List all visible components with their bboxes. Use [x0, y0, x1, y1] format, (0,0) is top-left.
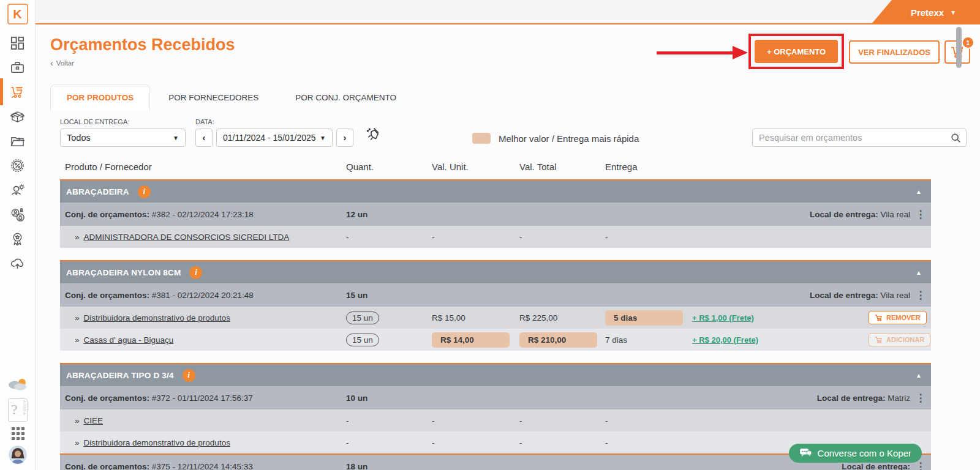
delivery-value: 7 dias — [605, 335, 627, 345]
collapse-icon[interactable]: ▲ — [916, 372, 922, 379]
kebab-menu-icon[interactable]: ⋮ — [910, 393, 931, 403]
tab-por-produtos[interactable]: POR PRODUTOS — [50, 84, 150, 111]
quote-set: Conj. de orçamentos: #381 - 02/12/2024 2… — [60, 283, 931, 351]
col-val-unit: Val. Unit. — [432, 162, 519, 172]
cart-action-button[interactable]: REMOVER — [869, 311, 927, 324]
product-group: ABRAÇADEIRA NYLON 8CMi▲Conj. de orçament… — [60, 260, 931, 351]
tab-por-fornecedores[interactable]: POR FORNECEDORES — [150, 85, 277, 111]
chat-button[interactable]: Converse com o Koper — [789, 444, 922, 463]
cart-action-label: ADICIONAR — [886, 336, 924, 343]
delivery-location-select[interactable]: Todos ▼ — [60, 129, 186, 147]
sidebar-item-ratings[interactable] — [0, 226, 36, 251]
supplier-link[interactable]: Casas d' agua - Biguaçu — [84, 335, 174, 345]
supplier-link[interactable]: ADMINISTRADORA DE CONSORCIOS SICREDI LTD… — [84, 233, 290, 242]
info-icon[interactable]: i — [138, 185, 151, 198]
sidebar-item-briefcase[interactable] — [0, 55, 36, 80]
set-label: Conj. de orçamentos: — [65, 291, 149, 300]
cart-action-button[interactable]: ADICIONAR — [869, 333, 930, 346]
annotation-arrow-line — [657, 51, 734, 54]
search-input[interactable] — [753, 133, 945, 143]
search-box — [752, 129, 967, 147]
frete-link[interactable]: + R$ 20,00 (Frete) — [692, 335, 758, 345]
delivery-location-value: Vila real — [880, 291, 910, 300]
briefcase-icon — [10, 60, 25, 75]
scrollbar-thumb[interactable] — [956, 27, 962, 68]
info-icon[interactable]: i — [183, 369, 195, 382]
delivery-location-value: Todos — [67, 133, 91, 143]
product-name: ABRAÇADEIRA TIPO D 3/4 — [66, 371, 174, 380]
set-quantity: 15 un — [346, 291, 432, 300]
supplier-link[interactable]: Distribuidora demonstrativo de produtos — [84, 438, 230, 447]
total-value: R$ 210,00 — [519, 332, 597, 348]
add-quote-button[interactable]: + ORÇAMENTO — [755, 40, 838, 63]
supplier-row: »Casas d' agua - Biguaçu15 unR$ 14,00R$ … — [60, 329, 931, 351]
unit-value: R$ 15,00 — [432, 313, 466, 323]
collapse-icon[interactable]: ▲ — [916, 188, 922, 195]
set-reference: #381 - 02/12/2024 20:21:48 — [152, 291, 254, 300]
total-value: - — [519, 438, 522, 447]
sidebar-item-discounts[interactable] — [0, 153, 36, 177]
sidebar-item-products[interactable] — [0, 104, 36, 129]
double-chevron-icon: » — [75, 438, 80, 447]
date-next-button[interactable]: › — [336, 129, 353, 147]
worker-icon — [10, 182, 25, 198]
back-label: Voltar — [56, 59, 74, 67]
set-label: Conj. de orçamentos: — [65, 462, 149, 470]
supplier-link[interactable]: CIEE — [84, 416, 104, 425]
main-content: Orçamentos Recebidos ‹ Voltar + ORÇAMENT… — [36, 26, 980, 470]
kebab-menu-icon[interactable]: ⋮ — [910, 209, 931, 220]
help-icon[interactable]: ? AJUDA — [8, 398, 28, 422]
user-avatar[interactable] — [9, 446, 27, 464]
kebab-menu-icon[interactable]: ⋮ — [910, 290, 931, 300]
frete-link[interactable]: + R$ 1,00 (Frete) — [692, 313, 754, 323]
collapse-icon[interactable]: ▲ — [916, 269, 922, 276]
sidebar-item-finance[interactable]: $ — [0, 129, 36, 153]
unit-value: - — [432, 438, 435, 447]
set-reference: #372 - 01/11/2024 17:56:37 — [152, 394, 253, 403]
open-box-icon — [10, 109, 25, 124]
award-icon — [10, 231, 25, 247]
total-value: - — [519, 233, 522, 242]
set-quantity: 18 un — [346, 462, 432, 470]
cart-icon — [875, 314, 883, 321]
set-quantity: 12 un — [346, 210, 432, 219]
account-menu[interactable]: Pretexx ▼ — [871, 0, 980, 24]
filters-bar: LOCAL DE ENTREGA: Todos ▼ DATA: ‹ 01/11/… — [60, 118, 967, 147]
back-link[interactable]: ‹ Voltar — [50, 58, 74, 68]
topbar: Pretexx ▼ — [36, 0, 980, 24]
sidebar-item-quotes-cart[interactable] — [0, 80, 36, 104]
tab-por-conj-orcamento[interactable]: POR CONJ. ORÇAMENTO — [277, 85, 415, 111]
sidebar-item-import[interactable] — [0, 251, 36, 275]
col-val-total: Val. Total — [519, 162, 605, 172]
product-group-header[interactable]: ABRAÇADEIRAi▲ — [60, 179, 931, 203]
sidebar-item-dashboard[interactable] — [0, 31, 36, 55]
product-name: ABRAÇADEIRA — [66, 187, 129, 196]
double-chevron-icon: » — [75, 335, 80, 345]
apps-grid-icon[interactable] — [12, 427, 24, 440]
sidebar-item-suppliers[interactable] — [0, 202, 36, 226]
product-group-header[interactable]: ABRAÇADEIRA TIPO D 3/4i▲ — [60, 363, 931, 386]
set-label: Conj. de orçamentos: — [65, 394, 149, 403]
date-range-select[interactable]: 01/11/2024 - 15/01/2025 ▼ — [216, 129, 333, 147]
date-prev-button[interactable]: ‹ — [195, 129, 213, 147]
app-logo[interactable]: K — [7, 4, 28, 24]
quantity-value: - — [346, 233, 349, 242]
search-icon[interactable] — [945, 133, 966, 143]
unit-value: - — [432, 416, 435, 425]
svg-text:$: $ — [18, 136, 20, 141]
supplier-link[interactable]: Distribuidora demonstrativo de produtos — [84, 313, 230, 323]
quantity-value: - — [346, 416, 349, 425]
view-finished-button[interactable]: VER FINALIZADOS — [849, 40, 940, 64]
sidebar-item-workers[interactable] — [0, 177, 36, 202]
date-range-value: 01/11/2024 - 15/01/2025 — [223, 133, 316, 143]
set-reference: #375 - 12/11/2024 14:45:33 — [152, 462, 253, 470]
chevron-down-icon: ▼ — [173, 135, 179, 141]
discount-icon — [10, 158, 25, 173]
product-group-header[interactable]: ABRAÇADEIRA NYLON 8CMi▲ — [60, 260, 931, 283]
cart-badge: 1 — [962, 36, 974, 49]
delivery-location-label: Local de entrega: — [810, 210, 878, 219]
weather-icon[interactable] — [8, 377, 28, 393]
clear-filters-broom-icon[interactable] — [363, 127, 380, 146]
info-icon[interactable]: i — [189, 266, 202, 279]
shopping-cart-icon — [10, 84, 25, 100]
